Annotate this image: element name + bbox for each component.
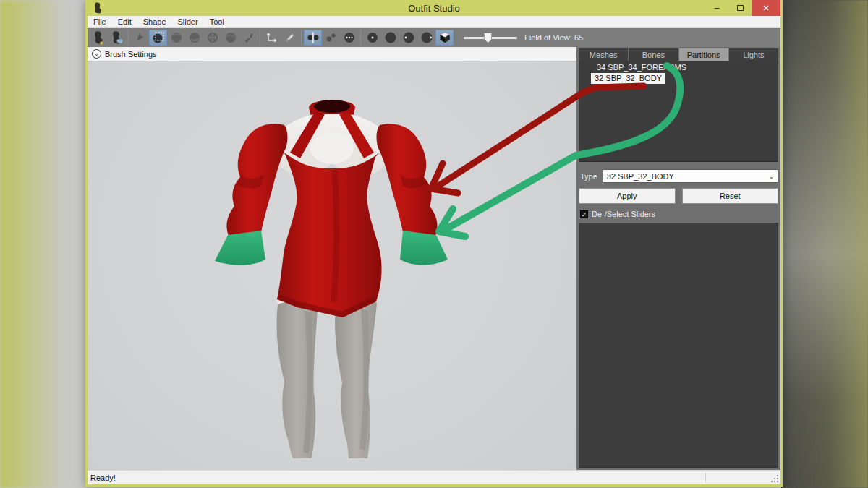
brush-falloff-center-icon[interactable]: [363, 30, 381, 46]
deselect-sliders-checkbox[interactable]: ✓: [580, 210, 588, 218]
chevron-down-icon: ⌄: [92, 49, 101, 59]
chevron-down-icon: ⌄: [768, 173, 774, 180]
type-row: Type 32 SBP_32_BODY ⌄: [579, 169, 778, 183]
transform-tool-icon[interactable]: [263, 30, 281, 46]
window-title: Outfit Studio: [88, 3, 780, 14]
reset-button[interactable]: Reset: [682, 188, 779, 204]
apply-button[interactable]: Apply: [579, 188, 676, 204]
menu-bar: File Edit Shape Slider Tool: [88, 16, 780, 28]
title-bar: Outfit Studio – ✕: [88, 0, 780, 16]
main-content: ⌄ Brush Settings: [88, 47, 780, 470]
right-glove-mesh[interactable]: [400, 231, 448, 265]
tab-bones[interactable]: Bones: [629, 48, 678, 61]
maximize-icon: [737, 5, 744, 11]
close-button[interactable]: ✕: [752, 0, 780, 16]
status-divider: [705, 473, 706, 482]
tab-meshes[interactable]: Meshes: [579, 48, 628, 61]
field-of-view-label: Field of View: 65: [524, 33, 583, 42]
menu-file[interactable]: File: [88, 17, 112, 26]
partition-item-body[interactable]: 32 SBP_32_BODY: [591, 73, 665, 84]
mask-brush-icon[interactable]: [149, 30, 167, 46]
smooth-brush-icon[interactable]: [221, 30, 239, 46]
panel-tabs: Meshes Bones Partitions Lights: [579, 48, 778, 61]
brush-falloff-full-icon[interactable]: [381, 30, 399, 46]
menu-shape[interactable]: Shape: [137, 17, 172, 26]
left-glove-mesh[interactable]: [215, 231, 265, 265]
move-brush-icon[interactable]: [203, 30, 221, 46]
right-panel: Meshes Bones Partitions Lights 34 SBP_34…: [576, 47, 780, 470]
paint-brush-icon[interactable]: [239, 30, 258, 46]
type-label: Type: [579, 172, 597, 181]
toolbar-separator: [128, 30, 129, 45]
viewport-3d[interactable]: ⌄ Brush Settings: [88, 47, 576, 470]
outfit-studio-window: Outfit Studio – ✕ File Edit Shape Slider…: [85, 0, 783, 487]
brush-settings-header[interactable]: ⌄ Brush Settings: [88, 47, 576, 61]
menu-tool[interactable]: Tool: [204, 17, 230, 26]
load-reference-icon[interactable]: [108, 30, 126, 46]
type-dropdown-value: 32 SBP_32_BODY: [607, 172, 674, 181]
toolbar-separator: [360, 30, 361, 45]
chest-highlight: [310, 132, 354, 164]
partitions-list: 34 SBP_34_FOREARMS 32 SBP_32_BODY: [579, 61, 778, 162]
toolbar-separator: [301, 30, 302, 45]
menu-edit[interactable]: Edit: [112, 17, 137, 26]
brush-falloff-edge-icon[interactable]: [417, 30, 435, 46]
inflate-brush-icon[interactable]: [167, 30, 185, 46]
dress-mesh: [277, 153, 382, 317]
type-dropdown[interactable]: 32 SBP_32_BODY ⌄: [603, 169, 778, 183]
load-project-icon[interactable]: [90, 30, 108, 46]
legs-mesh: [277, 289, 377, 458]
x-mirror-icon[interactable]: [304, 30, 322, 46]
toolbar: Field of View: 65: [88, 28, 780, 47]
deselect-sliders-label: De-/Select Sliders: [592, 210, 655, 218]
select-arrow-icon[interactable]: [131, 30, 149, 46]
deflate-brush-icon[interactable]: [185, 30, 203, 46]
maximize-button[interactable]: [728, 0, 752, 16]
perspective-cube-icon[interactable]: [435, 30, 454, 46]
pen-tool-icon[interactable]: [281, 30, 299, 46]
outfit-model[interactable]: [88, 47, 576, 469]
action-buttons: Apply Reset: [579, 188, 778, 204]
slider-thumb[interactable]: [484, 33, 492, 43]
tab-lights[interactable]: Lights: [729, 48, 778, 61]
tab-partitions[interactable]: Partitions: [679, 48, 728, 61]
screenshot-stage: Outfit Studio – ✕ File Edit Shape Slider…: [0, 0, 868, 488]
minimize-button[interactable]: –: [705, 0, 728, 16]
status-bar: Ready!: [88, 470, 780, 484]
background-blur-right: [781, 0, 868, 488]
background-blur-left: [0, 0, 87, 488]
status-text: Ready!: [88, 474, 116, 482]
brush-falloff-mid-icon[interactable]: [399, 30, 417, 46]
brush-settings-label: Brush Settings: [105, 50, 157, 59]
toolbar-separator: [260, 30, 260, 45]
resize-grip-icon[interactable]: [770, 474, 779, 483]
field-of-view-slider[interactable]: [464, 32, 517, 43]
menu-slider[interactable]: Slider: [172, 17, 204, 26]
connected-vertices-icon[interactable]: [322, 30, 340, 46]
partition-item-forearms[interactable]: 34 SBP_34_FOREARMS: [594, 62, 689, 73]
global-brush-icon[interactable]: [340, 30, 358, 46]
deselect-sliders-row: ✓ De-/Select Sliders: [580, 210, 778, 218]
sliders-area: [579, 223, 778, 468]
